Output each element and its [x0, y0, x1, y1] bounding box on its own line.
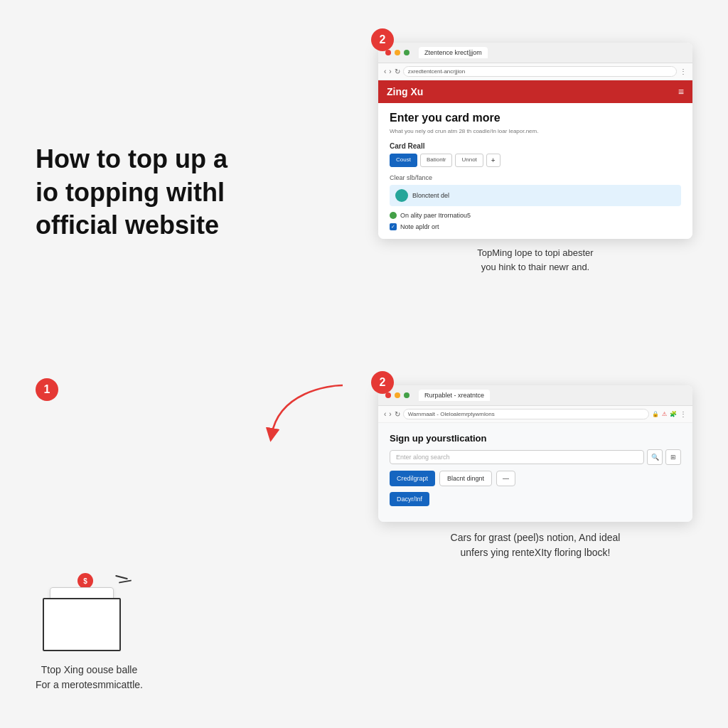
card-reall-label: Card Reall [390, 142, 681, 150]
nav-menu[interactable]: ⋮ [680, 68, 687, 75]
heading-line-3: official website [36, 210, 219, 240]
caption-bl-line1: Ttop Xing oouse balle [41, 664, 137, 675]
caption-bl-line2: For a merotesmmicattle. [36, 679, 143, 690]
browser-chrome-bottom: Rurpablet - xreatntce [378, 385, 692, 406]
btn-dash[interactable]: — [496, 471, 515, 486]
notification-badge: $ [77, 573, 93, 589]
caption-br-line1: Cars for grast (peel)s notion, And ideal [451, 532, 621, 543]
radio-dot [390, 212, 397, 219]
browser-nav-top: ‹ › ↻ zxredtentcent-ancrjjion ⋮ [378, 63, 692, 80]
nav-reload[interactable]: ↻ [395, 68, 400, 75]
bottom-left-caption: Ttop Xing oouse balle For a merotesmmica… [36, 663, 143, 692]
caption-top-line1: TopMing lope to topi abester [477, 247, 593, 258]
tab-add[interactable]: + [486, 154, 500, 167]
search-input[interactable]: Enter along search [390, 450, 644, 464]
top-right-quadrant: 2 Ztentence krect|jjom ‹ › ↻ zxredtentce… [364, 21, 707, 364]
wiggle-line-2 [119, 579, 132, 583]
heading-line-2: io topping withl [36, 178, 225, 207]
envelope-wrapper: $ Enlow Card Ne bu [36, 573, 135, 651]
form-title-2: Sign up yourstlication [390, 433, 681, 444]
wiggle-lines [115, 577, 132, 585]
main-heading: How to top up a io topping withl officia… [36, 143, 228, 242]
tab-row: Coust Bationtr Unnot + [390, 154, 681, 167]
browser-chrome-top: Ztentence krect|jjom [378, 43, 692, 63]
dot-yellow-bottom [395, 392, 400, 398]
grid-icon-btn[interactable]: ⊞ [665, 449, 681, 465]
browser-tab-top[interactable]: Ztentence krect|jjom [419, 47, 488, 58]
browser-nav-bottom: ‹ › ↻ Warnmaalt - Oleloalemrptywmlons 🔒 … [378, 406, 692, 423]
tab-unnot[interactable]: Unnot [455, 154, 483, 167]
nav-reload-bottom[interactable]: ↻ [395, 410, 400, 418]
btn-row-1: Credilgrapt Blacnt dingnt — [390, 471, 681, 486]
heading-line-1: How to top up a [36, 144, 228, 173]
envelope-body [43, 598, 121, 651]
dot-red-bottom [385, 392, 391, 398]
caption-top-line2: you hink to thair newr and. [481, 262, 589, 272]
browser-window-top: Ztentence krect|jjom ‹ › ↻ zxredtentcent… [378, 43, 692, 239]
dot-yellow-top [395, 50, 400, 55]
nav-forward-bottom[interactable]: › [389, 410, 391, 418]
warning-icon: ⚠ [662, 411, 667, 417]
nav-back[interactable]: ‹ [384, 68, 386, 75]
browser-form-content-2: Sign up yourstlication Enter along searc… [378, 423, 692, 522]
nav-menu-bottom[interactable]: ⋮ [680, 410, 687, 418]
nav-back-bottom[interactable]: ‹ [384, 410, 386, 418]
dot-green-bottom [404, 392, 410, 398]
browser-form-content: Enter you card more What you nely od cru… [378, 103, 692, 239]
bottom-right-quadrant: 2 Rurpablet - xreatntce ‹ › ↻ Warnmaalt … [364, 364, 707, 707]
btn-row-2: Dacyr/Inf [390, 492, 681, 506]
bottom-left-quadrant: 1 $ Enlow Card Ne bu Tto [21, 364, 364, 707]
caption-br-line2: unfers ying renteXIty floring lbock! [461, 547, 611, 558]
btn-blacnt[interactable]: Blacnt dingnt [439, 471, 492, 486]
btn-credil[interactable]: Credilgrapt [390, 471, 435, 486]
tab-coust[interactable]: Coust [390, 154, 417, 167]
dot-green-top [404, 50, 410, 55]
browser-tab-bottom[interactable]: Rurpablet - xreatntce [419, 390, 490, 401]
extensions-icon: 🧩 [670, 411, 677, 417]
step-badge-2-bottom: 2 [371, 371, 394, 394]
step-badge-2-top: 2 [371, 28, 394, 51]
envelope-illustration: $ Enlow Card Ne bu [36, 573, 135, 651]
selected-item: Blonctent del [390, 185, 681, 206]
brand-header-top: Zing Xu ≡ [378, 80, 692, 103]
browser-window-bottom: Rurpablet - xreatntce ‹ › ↻ Warnmaalt - … [378, 385, 692, 522]
bottom-right-caption: Cars for grast (peel)s notion, And ideal… [451, 530, 621, 560]
security-icon: 🔒 [652, 411, 659, 417]
curved-arrow-svg [257, 378, 357, 449]
checkbox-row: Note apldr ort [390, 223, 681, 230]
top-right-caption: TopMing lope to topi abester you hink to… [477, 246, 593, 274]
dot-red-top [385, 50, 391, 55]
form-subtitle: What you nely od crun atm 28 th coadle/I… [390, 127, 681, 135]
search-row: Enter along search 🔍 ⊞ [390, 449, 681, 465]
radio-row: On ality paer Itrornatiou5 [390, 212, 681, 219]
search-icon-btn[interactable]: 🔍 [647, 449, 663, 465]
section-label: Clear slb/fance [390, 174, 681, 181]
nav-forward[interactable]: › [389, 68, 391, 75]
btn-dacyr[interactable]: Dacyr/Inf [390, 492, 429, 506]
address-bar-top[interactable]: zxredtentcent-ancrjjion [403, 66, 677, 77]
form-title: Enter you card more [390, 112, 681, 124]
step-badge-1: 1 [36, 378, 58, 401]
address-bar-bottom[interactable]: Warnmaalt - Oleloalemrptywmlons [403, 409, 649, 419]
tab-bationtr[interactable]: Bationtr [420, 154, 453, 167]
brand-name: Zing Xu [387, 86, 423, 97]
selected-text: Blonctent del [412, 192, 449, 199]
checkbox-label: Note apldr ort [400, 223, 439, 230]
radio-label: On ality paer Itrornatiou5 [400, 212, 471, 219]
top-left-quadrant: How to top up a io topping withl officia… [21, 21, 364, 364]
wiggle-line-1 [115, 575, 128, 580]
hamburger-icon[interactable]: ≡ [678, 86, 684, 97]
checkbox-icon[interactable] [390, 223, 397, 230]
avatar-icon [395, 189, 408, 202]
